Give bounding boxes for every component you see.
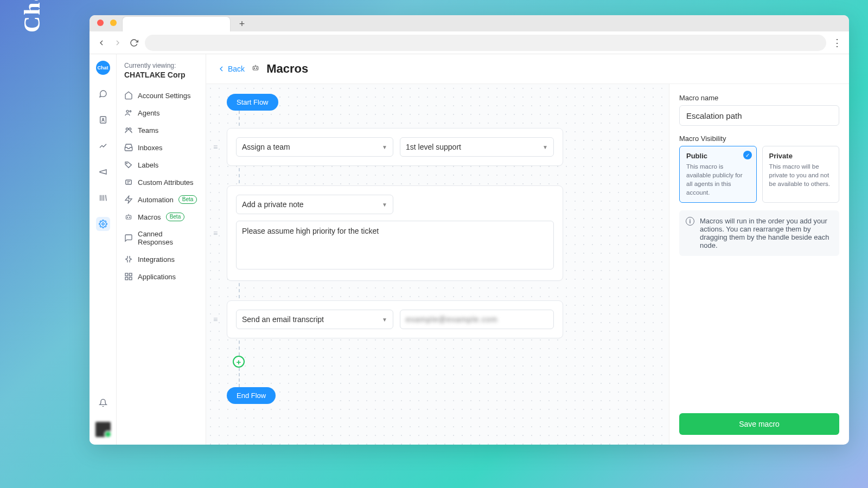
apps-icon bbox=[124, 272, 133, 281]
sidebar-item-labels[interactable]: Labels bbox=[117, 156, 206, 174]
browser-menu-icon[interactable]: ⋮ bbox=[832, 37, 843, 49]
svg-point-19 bbox=[256, 68, 257, 68]
sidebar-item-label: Labels bbox=[138, 161, 158, 169]
viewing-label: Currently viewing: bbox=[124, 62, 198, 69]
rail-notifications-icon[interactable] bbox=[96, 396, 110, 410]
macro-name-input[interactable] bbox=[679, 105, 839, 126]
sidebar-item-account-settings[interactable]: Account Settings bbox=[117, 87, 206, 104]
svg-point-12 bbox=[129, 217, 130, 217]
beta-badge: Beta bbox=[166, 213, 185, 221]
sidebar-item-canned-responses[interactable]: Canned Responses bbox=[117, 226, 206, 251]
action-select-value: Assign a team bbox=[242, 143, 290, 151]
flow-node: ≡ Add a private note ▼ bbox=[227, 185, 563, 281]
rail-reports-icon[interactable] bbox=[96, 139, 110, 153]
email-input-value: example@example.com bbox=[406, 315, 497, 324]
nav-back-icon[interactable] bbox=[96, 37, 107, 48]
browser-tab[interactable] bbox=[122, 16, 231, 31]
new-tab-button[interactable]: + bbox=[235, 17, 249, 31]
svg-rect-10 bbox=[126, 215, 131, 219]
svg-point-18 bbox=[254, 68, 254, 68]
back-link[interactable]: Back bbox=[217, 65, 245, 73]
browser-window: + ⋮ Chat bbox=[90, 15, 849, 445]
svg-point-3 bbox=[126, 110, 129, 112]
private-note-textarea[interactable] bbox=[236, 221, 554, 269]
start-flow-pill: Start Flow bbox=[227, 94, 278, 111]
svg-rect-14 bbox=[129, 273, 132, 276]
app-logo[interactable]: Chat bbox=[96, 61, 110, 75]
chevron-down-icon: ▼ bbox=[542, 144, 548, 150]
drag-handle-icon[interactable]: ≡ bbox=[213, 318, 218, 321]
window-minimize-icon[interactable] bbox=[110, 20, 117, 26]
svg-point-2 bbox=[102, 223, 104, 225]
chevron-down-icon: ▼ bbox=[382, 202, 387, 208]
macro-icon bbox=[124, 213, 133, 221]
email-input[interactable]: example@example.com bbox=[400, 310, 554, 329]
macro-name-label: Macro name bbox=[679, 94, 839, 102]
rail-campaigns-icon[interactable] bbox=[96, 165, 110, 179]
chevron-down-icon: ▼ bbox=[382, 317, 387, 323]
brand-wordmark: Chatlake bbox=[19, 0, 45, 33]
svg-point-1 bbox=[102, 118, 104, 120]
address-bar[interactable] bbox=[145, 35, 826, 51]
action-select[interactable]: Send an email transcript ▼ bbox=[236, 310, 393, 329]
sidebar-item-inboxes[interactable]: Inboxes bbox=[117, 139, 206, 156]
rail-contacts-icon[interactable] bbox=[96, 113, 110, 127]
action-select[interactable]: Add a private note ▼ bbox=[236, 195, 393, 214]
macro-icon bbox=[251, 63, 260, 74]
sidebar-item-applications[interactable]: Applications bbox=[117, 268, 206, 285]
sidebar-item-label: Teams bbox=[138, 126, 158, 134]
rail-chat-icon[interactable] bbox=[96, 87, 110, 101]
window-close-icon[interactable] bbox=[97, 20, 104, 26]
users-icon bbox=[124, 108, 133, 117]
sidebar-item-integrations[interactable]: Integrations bbox=[117, 251, 206, 268]
sidebar-item-macros[interactable]: MacrosBeta bbox=[117, 208, 206, 226]
macro-properties-panel: Macro name Macro Visibility ✓ Public Thi… bbox=[669, 84, 849, 445]
sidebar-item-label: Inboxes bbox=[138, 144, 163, 152]
svg-rect-15 bbox=[125, 277, 128, 280]
sidebar-item-automation[interactable]: AutomationBeta bbox=[117, 191, 206, 208]
inbox-icon bbox=[124, 143, 133, 152]
add-node-button[interactable]: + bbox=[233, 356, 245, 368]
drag-handle-icon[interactable]: ≡ bbox=[213, 145, 218, 149]
integ-icon bbox=[124, 255, 133, 264]
team-icon bbox=[124, 126, 133, 134]
home-icon bbox=[124, 91, 133, 100]
team-select-value: 1st level support bbox=[406, 143, 461, 151]
drag-handle-icon[interactable]: ≡ bbox=[213, 232, 218, 235]
end-flow-pill: End Flow bbox=[227, 387, 276, 404]
nav-reload-icon[interactable] bbox=[129, 37, 139, 48]
svg-point-4 bbox=[130, 111, 131, 112]
visibility-public-option[interactable]: ✓ Public This macro is available publicl… bbox=[679, 146, 757, 203]
beta-badge: Beta bbox=[178, 195, 197, 204]
svg-rect-13 bbox=[125, 273, 128, 276]
rail-settings-icon[interactable] bbox=[96, 217, 110, 231]
svg-rect-16 bbox=[129, 277, 132, 280]
sidebar-item-label: Applications bbox=[138, 273, 176, 281]
tag-icon bbox=[124, 160, 133, 169]
svg-point-6 bbox=[129, 128, 131, 130]
flow-node: ≡ Assign a team ▼ 1st level support ▼ bbox=[227, 128, 563, 166]
save-macro-button[interactable]: Save macro bbox=[679, 413, 839, 435]
visibility-public-desc: This macro is available publicly for all… bbox=[686, 162, 750, 197]
team-select[interactable]: 1st level support ▼ bbox=[400, 137, 554, 157]
browser-toolbar: ⋮ bbox=[90, 31, 849, 54]
rail-library-icon[interactable] bbox=[96, 191, 110, 205]
flow-canvas: Start Flow ≡ Assign a team ▼ bbox=[206, 84, 669, 445]
window-titlebar: + bbox=[90, 15, 849, 31]
sidebar-item-label: Integrations bbox=[138, 255, 175, 264]
action-select-value: Send an email transcript bbox=[242, 315, 324, 324]
visibility-private-title: Private bbox=[769, 152, 833, 160]
visibility-label: Macro Visibility bbox=[679, 134, 839, 143]
nav-forward-icon[interactable] bbox=[112, 37, 123, 48]
visibility-private-option[interactable]: Private This macro will be private to yo… bbox=[762, 146, 840, 203]
action-select-value: Add a private note bbox=[242, 200, 304, 209]
svg-rect-17 bbox=[253, 66, 258, 70]
sidebar-item-teams[interactable]: Teams bbox=[117, 121, 206, 139]
sidebar-item-label: Macros bbox=[138, 213, 161, 221]
svg-point-7 bbox=[126, 163, 127, 164]
action-select[interactable]: Assign a team ▼ bbox=[236, 137, 393, 157]
sidebar-item-agents[interactable]: Agents bbox=[117, 104, 206, 121]
user-avatar[interactable] bbox=[95, 422, 111, 437]
main-content: Back Macros Start Flow ≡ bbox=[206, 54, 849, 445]
sidebar-item-custom-attributes[interactable]: Custom Attributes bbox=[117, 174, 206, 191]
